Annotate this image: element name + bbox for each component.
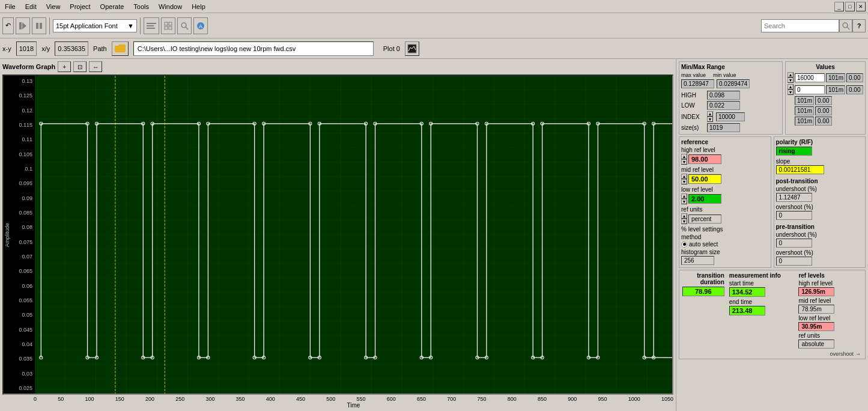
svg-line-16 [847,27,849,29]
spinner2-down[interactable]: ▼ [788,90,794,95]
graph-canvas[interactable] [35,76,672,394]
histogram-size-label: histogram size [681,249,769,255]
polarity-header: polarity (R/F) [776,139,864,145]
y-tick-1: 0.125 [5,93,34,99]
search-icon-btn[interactable] [839,19,852,32]
menu-window[interactable]: Window [154,2,187,11]
mid-ref-down[interactable]: ▼ [681,179,687,184]
close-btn[interactable]: ✕ [856,2,866,11]
spinner1-down[interactable]: ▼ [788,78,794,83]
polarity-rising-value: rising [776,147,812,156]
waveform-cursor-btn[interactable]: ↔ [89,61,102,72]
high-ref-down[interactable]: ▼ [681,159,687,165]
start-time-value: 134.52 [729,287,765,297]
val-row4-v2: 0.00 [815,106,832,115]
svg-rect-9 [165,26,168,29]
svg-rect-5 [147,25,154,26]
toolbar-color-btn[interactable]: A [193,17,208,34]
index-up-btn[interactable]: ▲ [707,111,713,117]
x-tick-19: 950 [598,396,607,402]
slope-label: slope [776,158,864,165]
menu-project[interactable]: Project [65,2,95,11]
toolbar-back-btn[interactable]: ↶ [2,17,14,34]
overshoot-top-label: overshoot [830,351,854,357]
top-metrics-section: Min/Max Range max value min value 0.1289… [679,61,866,135]
y-tick-15: 0.055 [5,297,34,303]
y-tick-9: 0.085 [5,210,34,216]
y-tick-16: 0.05 [5,312,34,318]
x-tick-15: 750 [477,396,486,402]
maximize-btn[interactable]: □ [845,2,855,11]
y-tick-3: 0.115 [5,122,34,128]
menu-edit[interactable]: Edit [20,2,41,11]
toolbar: ↶ 15pt Application Font ▼ A ? [0,13,868,38]
minimize-btn[interactable]: _ [834,2,844,11]
spinner1-input[interactable] [795,73,825,82]
waveform-zoom-btn[interactable]: + [58,61,71,72]
pathbar: x-y 1018 x/y 0.353635 Path C:\Users\...I… [0,38,868,59]
svg-rect-0 [19,22,22,29]
svg-rect-2 [36,23,38,29]
toolbar-zoom-btn[interactable] [177,17,192,34]
high-ref-value: 98.00 [688,154,721,164]
low-ref-up[interactable]: ▲ [681,193,687,199]
index-label: INDEX [681,114,705,120]
y-tick-6: 0.1 [5,166,34,172]
plot-icon[interactable] [405,41,419,56]
x-coord-value: 1018 [16,41,37,56]
font-dropdown[interactable]: 15pt Application Font ▼ [53,19,137,32]
help-btn[interactable]: ? [852,19,866,32]
high-ref-up[interactable]: ▲ [681,154,687,159]
main-content: Waveform Graph + ⊡ ↔ Amplitude 0.13 0.12… [0,59,868,411]
svg-rect-8 [169,22,172,25]
auto-select-radio[interactable] [681,242,687,248]
ref-high-value: 126.95m [798,287,834,296]
y-axis-label: Amplitude [4,222,10,246]
menu-view[interactable]: View [41,2,65,11]
x-tick-5: 250 [175,396,184,402]
menu-help[interactable]: Help [187,2,210,11]
low-value: 0.022 [707,101,740,110]
low-ref-down[interactable]: ▼ [681,199,687,204]
values-section: Values ▲ ▼ 101m 0.00 ▲ ▼ [785,61,866,135]
spinner1-up[interactable]: ▲ [788,72,794,78]
svg-marker-1 [22,22,26,29]
toolbar-align-btn[interactable] [144,17,159,34]
y-tick-7: 0.095 [5,180,34,186]
minmax-section: Min/Max Range max value min value 0.1289… [679,61,783,135]
ref-mid-label: mid ref level [798,297,863,304]
menubar: File Edit View Project Operate Tools Win… [0,0,868,13]
y-tick-8: 0.09 [5,195,34,201]
search-input[interactable] [761,19,839,32]
x-tick-9: 450 [296,396,305,402]
low-ref-value: 2.00 [688,194,721,204]
toolbar-run-btn[interactable] [16,17,30,34]
menu-file[interactable]: File [0,2,20,11]
toolbar-pause-btn[interactable] [32,17,46,34]
x-tick-0: 0 [34,396,37,402]
val-row3-v2: 0.00 [815,96,832,105]
ref-units-down[interactable]: ▼ [681,219,687,224]
menu-tools[interactable]: Tools [129,2,154,11]
index-down-btn[interactable]: ▼ [707,117,713,122]
y-tick-19: 0.035 [5,356,34,362]
mid-ref-up[interactable]: ▲ [681,174,687,179]
x-tick-7: 350 [236,396,245,402]
x-tick-12: 600 [387,396,396,402]
spinner2-up[interactable]: ▲ [788,84,794,90]
folder-btn[interactable] [112,41,129,56]
spinner2-input[interactable] [795,85,825,94]
x-tick-2: 100 [85,396,94,402]
y-tick-0: 0.13 [5,78,34,84]
x-tick-14: 700 [447,396,456,402]
post-undershoot-label: undershoot (%) [776,186,864,192]
ref-units-up[interactable]: ▲ [681,213,687,219]
low-ref-level-label: low ref level [681,186,769,193]
waveform-fit-btn[interactable]: ⊡ [73,61,86,72]
toolbar-grid-btn[interactable] [161,17,175,34]
menu-operate[interactable]: Operate [96,2,129,11]
minmax-header: Min/Max Range [681,64,780,70]
ref-low-value: 30.95m [798,322,834,331]
val-row5-v2: 0.00 [815,117,832,126]
reference-section: reference high ref level ▲ ▼ 98.00 mid r… [679,136,771,268]
